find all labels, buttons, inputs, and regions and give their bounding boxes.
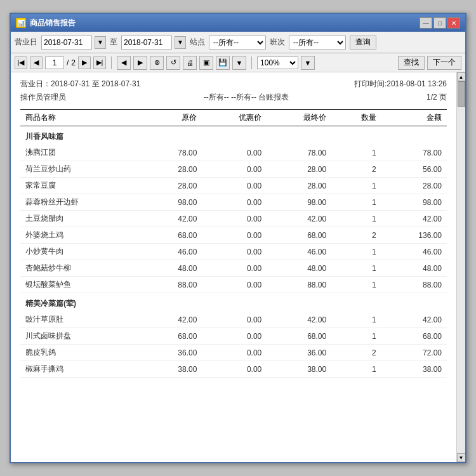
scrollbar: ▲ ▼ bbox=[456, 72, 465, 462]
category-row: 川香风味篇 bbox=[20, 126, 447, 145]
scroll-down-button[interactable]: ▼ bbox=[457, 453, 466, 462]
separator-2 bbox=[251, 56, 252, 69]
first-page-button[interactable]: |◀ bbox=[15, 56, 27, 69]
scroll-track[interactable] bbox=[457, 81, 466, 453]
title-bar: 📊 商品销售报告 — □ ✕ bbox=[11, 14, 465, 32]
station-label: 站点 bbox=[190, 37, 205, 48]
content-area: 营业日：2018-07-31 至 2018-07-31 打印时间:2018-08… bbox=[11, 72, 465, 462]
table-row: 脆皮乳鸽36.000.0036.00272.00 bbox=[20, 345, 447, 361]
find-button[interactable]: 查找 bbox=[398, 56, 425, 70]
minimize-button[interactable]: — bbox=[420, 17, 432, 29]
table-row: 家常豆腐28.000.0028.00128.00 bbox=[20, 178, 447, 194]
refresh-button[interactable]: ↺ bbox=[166, 56, 180, 70]
report-header: 营业日：2018-07-31 至 2018-07-31 打印时间:2018-08… bbox=[20, 79, 447, 89]
search-area: 查找 下一个 bbox=[398, 56, 461, 70]
main-window: 📊 商品销售报告 — □ ✕ 营业日 ▼ 至 ▼ 站点 --所有-- 班次 --… bbox=[10, 13, 466, 463]
table-row: 小炒黄牛肉46.000.0046.00146.00 bbox=[20, 244, 447, 260]
table-row: 银坛酸菜鲈鱼88.000.0088.00188.00 bbox=[20, 277, 447, 293]
zoom-dropdown-button[interactable]: ▼ bbox=[301, 56, 315, 70]
date-range-label: 营业日：2018-07-31 至 2018-07-31 bbox=[20, 79, 140, 89]
table-header-row: 商品名称 原价 优惠价 最终价 数量 金额 bbox=[20, 110, 447, 126]
station-select[interactable]: --所有-- bbox=[209, 36, 266, 50]
operator-label: 操作员管理员 bbox=[20, 92, 66, 103]
app-icon: 📊 bbox=[16, 18, 26, 28]
next-find-button[interactable]: 下一个 bbox=[427, 56, 461, 70]
category-row: 精美冷菜篇(荤) bbox=[20, 293, 447, 312]
to-label: 至 bbox=[110, 37, 117, 48]
table-row: 川式卤味拼盘68.000.0068.00168.00 bbox=[20, 328, 447, 345]
page-info: 1/2 页 bbox=[426, 92, 447, 103]
title-bar-left: 📊 商品销售报告 bbox=[16, 18, 76, 29]
total-pages: 2 bbox=[71, 58, 76, 67]
page-separator: / bbox=[67, 58, 69, 67]
col-final: 最终价 bbox=[267, 110, 331, 126]
layout-button[interactable]: ▣ bbox=[199, 56, 213, 70]
prev-page-button[interactable]: ◀ bbox=[30, 56, 43, 69]
scroll-up-button[interactable]: ▲ bbox=[457, 72, 466, 81]
date-label: 营业日 bbox=[15, 37, 37, 48]
table-row: 外婆烧土鸡68.000.0068.002136.00 bbox=[20, 227, 447, 244]
forward-button[interactable]: ▶ bbox=[133, 56, 147, 70]
col-price: 原价 bbox=[145, 110, 202, 126]
maximize-button[interactable]: □ bbox=[433, 17, 446, 29]
zoom-select[interactable]: 100% 75% 150% bbox=[257, 56, 298, 69]
col-name: 商品名称 bbox=[20, 110, 145, 126]
table-row: 蒜蓉粉丝开边虾98.000.0098.00198.00 bbox=[20, 194, 447, 211]
title-controls: — □ ✕ bbox=[420, 17, 460, 29]
table-row: 沸腾江团78.000.0078.00178.00 bbox=[20, 145, 447, 161]
next-page-button[interactable]: ▶ bbox=[78, 56, 91, 69]
toolbar: 营业日 ▼ 至 ▼ 站点 --所有-- 班次 --所有-- 查询 bbox=[11, 32, 465, 53]
report-sub-header: 操作员管理员 --所有-- --所有-- 台账报表 1/2 页 bbox=[20, 92, 447, 103]
filter-info: --所有-- --所有-- 台账报表 bbox=[66, 92, 426, 103]
print-button[interactable]: 🖨 bbox=[183, 56, 197, 70]
shift-select[interactable]: --所有-- bbox=[289, 36, 346, 50]
last-page-button[interactable]: ▶| bbox=[93, 56, 106, 69]
close-button[interactable]: ✕ bbox=[447, 17, 460, 29]
report-table: 商品名称 原价 优惠价 最终价 数量 金额 川香风味篇沸腾江团78.000.00… bbox=[20, 109, 447, 378]
date-from-input[interactable] bbox=[41, 36, 92, 50]
table-row: 椒麻手撕鸡38.000.0038.00138.00 bbox=[20, 361, 447, 378]
back-button[interactable]: ◀ bbox=[117, 56, 131, 70]
col-amount: 金额 bbox=[381, 110, 447, 126]
page-indicator: / 2 bbox=[45, 56, 76, 69]
date-from-calendar-button[interactable]: ▼ bbox=[95, 36, 106, 49]
separator-1 bbox=[111, 56, 112, 69]
query-button[interactable]: 查询 bbox=[350, 36, 376, 50]
date-to-input[interactable] bbox=[121, 36, 172, 50]
report-scroll[interactable]: 营业日：2018-07-31 至 2018-07-31 打印时间:2018-08… bbox=[11, 72, 456, 462]
col-qty: 数量 bbox=[331, 110, 381, 126]
date-to-calendar-button[interactable]: ▼ bbox=[175, 36, 186, 49]
table-row: 荷兰豆炒山药28.000.0028.00256.00 bbox=[20, 161, 447, 178]
current-page-input[interactable] bbox=[45, 56, 64, 69]
nav-bar: |◀ ◀ / 2 ▶ ▶| ◀ ▶ ⊗ ↺ 🖨 ▣ 💾 ▼ 100% 75% 1… bbox=[11, 53, 465, 72]
export-button[interactable]: 💾 bbox=[216, 56, 230, 70]
print-time: 打印时间:2018-08-01 13:26 bbox=[354, 79, 447, 89]
table-row: 杏鲍菇炒牛柳48.000.0048.00148.00 bbox=[20, 260, 447, 277]
col-discount: 优惠价 bbox=[202, 110, 267, 126]
scroll-thumb[interactable] bbox=[458, 81, 465, 107]
table-row: 土豆烧腊肉42.000.0042.00142.00 bbox=[20, 211, 447, 227]
settings-button[interactable]: ▼ bbox=[232, 56, 246, 70]
stop-button[interactable]: ⊗ bbox=[150, 56, 164, 70]
window-title: 商品销售报告 bbox=[30, 18, 76, 29]
shift-label: 班次 bbox=[270, 37, 285, 48]
table-row: 豉汁草原肚42.000.0042.00142.00 bbox=[20, 312, 447, 328]
